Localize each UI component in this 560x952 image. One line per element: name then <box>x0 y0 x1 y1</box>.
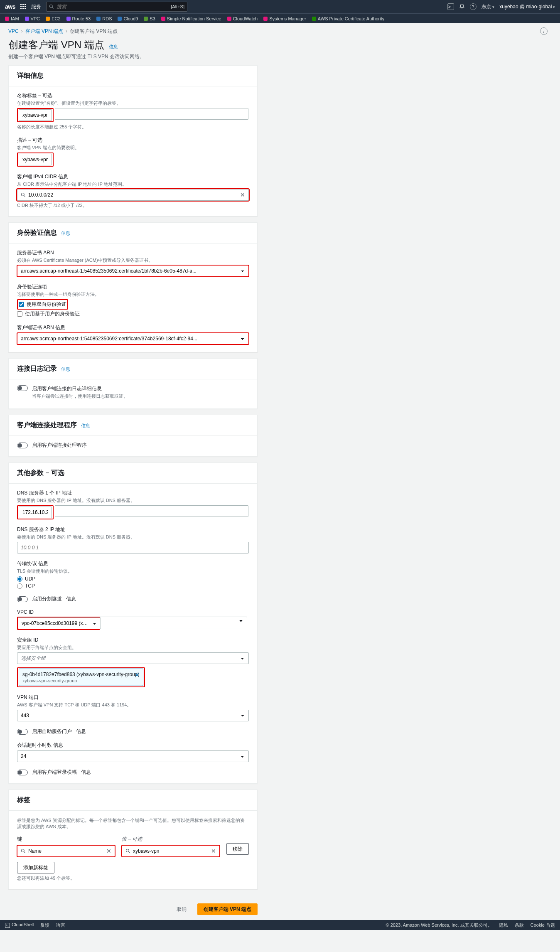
vpc-label: VPC ID <box>17 609 249 615</box>
tags-desc: 标签是您为 AWS 资源分配的标记。每一个标签都包含一个键和一个可选值。您可以使… <box>17 817 249 830</box>
cidr-label: 客户端 IPv4 CIDR 信息 <box>17 173 249 180</box>
vpc-select[interactable]: vpc-07bce85ccd0d30199 (xyb-vpc) <box>18 617 101 629</box>
info-link[interactable]: 信息 <box>58 174 68 180</box>
footer-privacy[interactable]: 隐私 <box>499 922 508 928</box>
dns1-label: DNS 服务器 1 个 IP 地址 <box>17 490 249 497</box>
nav-cloud9[interactable]: Cloud9 <box>118 16 138 21</box>
user-menu[interactable]: xuyebao @ miao-global <box>499 4 555 10</box>
proto-tcp-radio[interactable] <box>17 583 22 589</box>
footer-cloudshell[interactable]: >_CloudShell <box>5 922 34 928</box>
nav-ec2[interactable]: EC2 <box>46 16 60 21</box>
aws-logo[interactable]: aws <box>5 3 15 10</box>
clear-icon[interactable]: ✕ <box>211 848 216 854</box>
self-service-toggle[interactable] <box>17 729 28 735</box>
info-icon[interactable]: i <box>540 27 548 35</box>
nav-vpc[interactable]: VPC <box>25 16 40 21</box>
info-link[interactable]: 信息 <box>66 595 76 603</box>
desc-input[interactable] <box>19 154 52 165</box>
nav-cloudwatch[interactable]: CloudWatch <box>227 16 258 21</box>
dns2-input[interactable] <box>17 542 249 553</box>
tag-key-input[interactable] <box>28 848 104 854</box>
svg-point-13 <box>22 849 25 852</box>
tag-val-input[interactable] <box>133 848 209 854</box>
port-select[interactable]: 443 <box>17 710 249 721</box>
info-link[interactable]: 信息 <box>38 561 48 566</box>
footer-feedback[interactable]: 反馈 <box>40 922 49 928</box>
session-select[interactable]: 24 <box>17 750 249 762</box>
global-search-input[interactable] <box>56 4 168 10</box>
tag-remove-button[interactable]: 移除 <box>226 843 249 855</box>
crumb-vpc[interactable]: VPC <box>8 28 19 34</box>
port-label: VPN 端口 <box>17 694 249 701</box>
nav-route53[interactable]: Route 53 <box>66 16 91 21</box>
banner-toggle[interactable] <box>17 770 28 775</box>
info-link[interactable]: 信息 <box>81 423 90 428</box>
info-link[interactable]: 信息 <box>109 44 118 49</box>
sg-label: 安全组 ID <box>17 637 249 644</box>
info-link[interactable]: 信息 <box>53 742 63 748</box>
nav-sns[interactable]: Simple Notification Service <box>161 16 221 21</box>
clear-icon[interactable]: ✕ <box>240 192 245 198</box>
cidr-desc: 从 CIDR 表示法中分配客户端 IP 地址的 IP 地址范围。 <box>17 181 249 187</box>
nav-rds[interactable]: RDS <box>96 16 112 21</box>
handler-toggle[interactable] <box>17 443 28 448</box>
cidr-input-wrap: ✕ <box>17 189 249 201</box>
panel-log-header: 连接日志记录 信息 <box>9 359 257 379</box>
split-tunnel-label: 启用分割隧道 <box>32 595 62 603</box>
nav-systems-manager[interactable]: Systems Manager <box>263 16 306 21</box>
crumb-list[interactable]: 客户端 VPN 端点 <box>25 28 63 35</box>
client-cert-select[interactable]: arn:aws:acm:ap-northeast-1:540852350692:… <box>17 333 249 344</box>
svg-rect-3 <box>20 6 22 7</box>
chevron-right-icon: › <box>66 28 67 34</box>
handler-toggle-label: 启用客户端连接处理程序 <box>32 442 87 449</box>
cancel-button[interactable]: 取消 <box>171 903 192 915</box>
self-service-label: 启用自助服务门户 <box>32 728 72 735</box>
clear-icon[interactable]: ✕ <box>106 848 111 854</box>
mutual-auth-checkbox-row[interactable]: 使用双向身份验证 <box>19 301 66 308</box>
name-input[interactable] <box>19 109 52 121</box>
cloudshell-icon[interactable]: >_ <box>447 3 454 10</box>
tag-add-button[interactable]: 添加新标签 <box>17 862 54 873</box>
notifications-icon[interactable] <box>459 3 465 10</box>
services-grid-icon[interactable] <box>20 4 26 10</box>
info-link[interactable]: 信息 <box>81 769 91 776</box>
footer-cookie[interactable]: Cookie 首选 <box>531 922 555 928</box>
server-cert-desc: 必须在 AWS Certificate Manager (ACM)中预置或导入服… <box>17 257 249 263</box>
proto-udp-row[interactable]: UDP <box>17 576 249 582</box>
nav-iam[interactable]: IAM <box>5 16 19 21</box>
proto-tcp-row[interactable]: TCP <box>17 583 249 589</box>
help-icon[interactable]: ? <box>470 3 476 10</box>
cidr-hint: CIDR 块不得大于 /12 或小于 /22。 <box>17 202 249 209</box>
dns1-input[interactable] <box>19 507 52 518</box>
panel-auth-header: 身份验证信息 信息 <box>9 223 257 244</box>
name-hint: 名称的长度不能超过 255 个字符。 <box>17 124 249 130</box>
nav-s3[interactable]: S3 <box>144 16 155 21</box>
proto-udp-radio[interactable] <box>17 576 22 582</box>
cloudshell-icon: >_ <box>5 923 10 928</box>
name-label: 名称标签 – 可选 <box>17 92 249 99</box>
global-search[interactable]: [Alt+S] <box>46 2 187 12</box>
nav-pca[interactable]: AWS Private Certificate Authority <box>312 16 384 21</box>
create-button[interactable]: 创建客户端 VPN 端点 <box>197 903 258 915</box>
info-link[interactable]: 信息 <box>76 728 86 735</box>
info-link[interactable]: 信息 <box>61 231 70 236</box>
footer-language[interactable]: 语言 <box>56 922 65 928</box>
mutual-auth-checkbox[interactable] <box>19 302 24 307</box>
panel-details: 详细信息 名称标签 – 可选 创建键设置为"名称"、值设置为指定字符串的标签。 … <box>8 65 258 216</box>
server-cert-select[interactable]: arn:aws:acm:ap-northeast-1:540852350692:… <box>17 265 249 277</box>
footer-terms[interactable]: 条款 <box>515 922 524 928</box>
cidr-input[interactable] <box>28 192 238 198</box>
desc-desc: 客户端 VPN 端点的简要说明。 <box>17 145 249 151</box>
user-auth-checkbox-row[interactable]: 使用基于用户的身份验证 <box>17 310 249 317</box>
region-selector[interactable]: 东京 <box>481 3 495 10</box>
close-icon[interactable]: ✕ <box>135 672 140 678</box>
info-link[interactable]: 信息 <box>61 367 70 371</box>
svg-rect-8 <box>25 8 26 9</box>
svg-line-16 <box>129 852 130 853</box>
sg-select[interactable]: 选择安全组 <box>17 652 249 664</box>
user-auth-checkbox[interactable] <box>17 311 22 317</box>
log-toggle[interactable] <box>17 385 28 391</box>
services-link[interactable]: 服务 <box>31 3 41 10</box>
info-link[interactable]: 信息 <box>55 325 65 330</box>
split-tunnel-toggle[interactable] <box>17 596 28 602</box>
